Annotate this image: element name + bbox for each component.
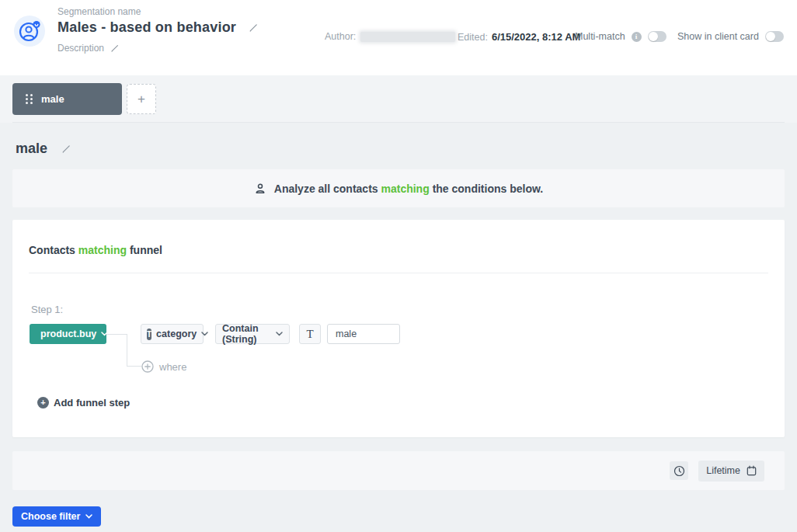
show-in-client-card-label: Show in client card (677, 31, 759, 42)
card-divider (29, 273, 768, 273)
choose-filter-button[interactable]: Choose filter (12, 506, 101, 527)
parameter-dropdown-value: category (156, 329, 197, 339)
author-label: Author: (325, 31, 356, 42)
where-label: where (159, 361, 186, 373)
chevron-down-icon (201, 332, 208, 336)
add-where-condition[interactable]: where (141, 360, 186, 373)
connector-elbow (127, 334, 141, 367)
add-funnel-step-button[interactable]: + Add funnel step (37, 397, 130, 409)
calendar-icon (747, 465, 757, 476)
time-settings-button[interactable] (670, 461, 688, 480)
tabstrip-divider (12, 122, 785, 123)
show-in-client-card-control: Show in client card (677, 31, 784, 42)
date-range-panel: Lifetime (12, 451, 785, 490)
step-label: Step 1: (31, 304, 63, 315)
funnel-card: Contacts matching funnel Step 1: product… (12, 220, 785, 437)
connector-line (106, 334, 127, 335)
author-redacted-value (360, 32, 455, 42)
show-in-client-card-toggle[interactable] (765, 31, 784, 42)
parameter-dropdown[interactable]: T category (141, 324, 204, 344)
event-dropdown[interactable]: product.buy (30, 324, 106, 344)
multi-match-toggle[interactable] (648, 31, 666, 42)
edited-label: Edited: (458, 32, 488, 43)
multi-match-control: Multi-match i (575, 31, 666, 42)
multi-match-label: Multi-match (575, 31, 625, 42)
chevron-down-icon (276, 332, 283, 336)
text-type-icon: T (147, 329, 151, 340)
tab-label: male (41, 93, 64, 105)
info-icon[interactable]: i (632, 32, 642, 42)
value-type-button[interactable]: T (299, 324, 321, 344)
drag-handle-icon[interactable] (26, 94, 33, 104)
edited-value: 6/15/2022, 8:12 AM (492, 31, 580, 43)
tab-male[interactable]: male (12, 83, 122, 115)
operator-dropdown[interactable]: Contain (String) (215, 324, 290, 344)
add-segment-button[interactable]: + (127, 84, 156, 114)
segments-tabstrip: male + (0, 75, 797, 123)
description-label: Description (57, 43, 104, 54)
segmentation-name-label: Segmentation name (57, 6, 141, 17)
edit-segment-title-icon[interactable] (61, 144, 71, 154)
choose-filter-label: Choose filter (21, 511, 80, 522)
date-range-value: Lifetime (706, 465, 740, 476)
analyze-banner: Analyze all contacts matching the condit… (12, 169, 785, 207)
banner-prefix: Analyze all contacts (274, 183, 378, 195)
segment-title: male (16, 141, 47, 157)
plus-circle-icon (141, 360, 154, 373)
card-title-prefix: Contacts (29, 244, 75, 256)
banner-suffix: the conditions below. (433, 183, 544, 195)
clock-icon (673, 465, 685, 477)
value-input[interactable] (327, 324, 400, 344)
plus-icon: + (37, 397, 49, 409)
event-dropdown-value: product.buy (40, 329, 96, 339)
operator-dropdown-value: Contain (String) (222, 323, 271, 345)
contact-person-icon (254, 183, 266, 195)
banner-highlight[interactable]: matching (381, 183, 430, 195)
card-title-suffix: funnel (130, 244, 162, 256)
edited-field: Edited: 6/15/2022, 8:12 AM (458, 31, 580, 43)
chevron-down-icon (85, 514, 92, 519)
edit-description-icon[interactable] (110, 43, 120, 53)
page-header: Segmentation name Males - based on behav… (0, 0, 797, 75)
author-field: Author: (325, 31, 455, 42)
add-funnel-step-label: Add funnel step (54, 397, 130, 409)
date-range-button[interactable]: Lifetime (698, 461, 764, 482)
card-title-highlight[interactable]: matching (78, 244, 127, 256)
